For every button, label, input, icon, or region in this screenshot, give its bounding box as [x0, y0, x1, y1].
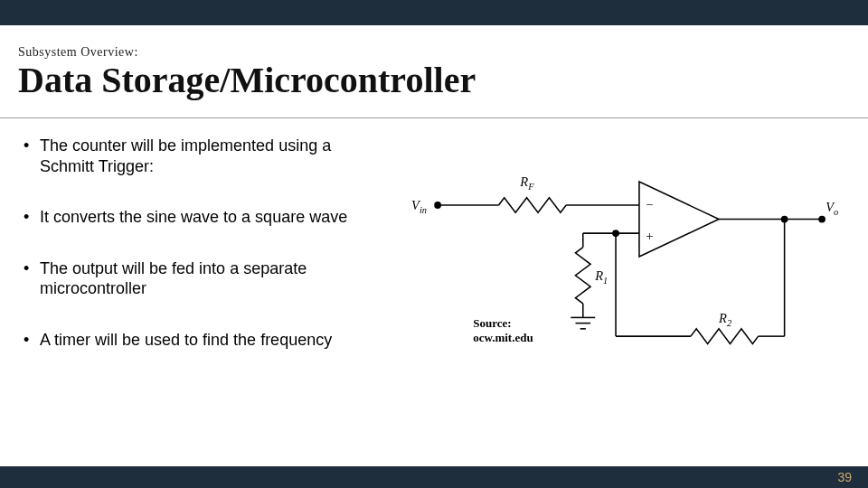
bullet-column: The counter will be implemented using a … — [18, 136, 401, 434]
vo-label: Vo — [826, 200, 838, 217]
svg-marker-3 — [639, 182, 719, 257]
slide: Subsystem Overview: Data Storage/Microco… — [0, 0, 868, 488]
r2-label: R2 — [718, 311, 731, 328]
bullet-item: It converts the sine wave to a square wa… — [18, 207, 382, 228]
r1-label: R1 — [594, 268, 608, 286]
bullet-item: A timer will be used to find the frequen… — [18, 330, 382, 351]
page-number: 39 — [837, 470, 852, 484]
svg-point-14 — [819, 216, 825, 221]
bullet-list: The counter will be implemented using a … — [18, 136, 382, 350]
svg-point-13 — [782, 216, 788, 221]
source-value: ocw.mit.edu — [473, 331, 533, 344]
subtitle: Subsystem Overview: — [18, 45, 850, 60]
bullet-item: The counter will be implemented using a … — [18, 136, 382, 176]
rf-label: RF — [520, 174, 535, 192]
diagram-column: − + Vin RF R1 R2 Vo Source: ocw.mit.edu — [401, 136, 850, 434]
plus-label: + — [646, 229, 653, 243]
svg-point-0 — [435, 202, 440, 208]
header: Subsystem Overview: Data Storage/Microco… — [18, 45, 850, 99]
header-divider — [0, 117, 868, 118]
top-bar — [0, 0, 868, 25]
content-area: The counter will be implemented using a … — [18, 136, 850, 434]
bullet-item: The output will be fed into a separate m… — [18, 258, 382, 299]
minus-label: − — [646, 197, 653, 211]
vin-label: Vin — [411, 198, 427, 215]
diagram-source: Source: ocw.mit.edu — [473, 316, 533, 344]
source-label: Source: — [473, 316, 511, 330]
page-title: Data Storage/Microcontroller — [18, 61, 850, 99]
bottom-bar: 39 — [0, 466, 868, 488]
